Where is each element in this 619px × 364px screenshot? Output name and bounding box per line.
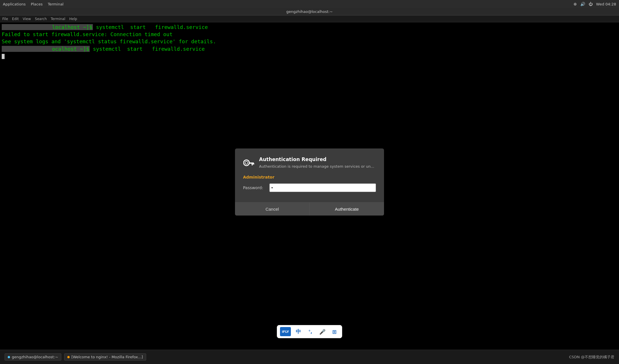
terminal-line-2: Failed to start firewalld.service: Conne… bbox=[1, 31, 618, 38]
taskbar-item-terminal[interactable]: gengzhihao@localhost:~ bbox=[5, 353, 61, 361]
cancel-button[interactable]: Cancel bbox=[235, 203, 310, 216]
terminal-line-5 bbox=[1, 52, 618, 60]
ime-ifly-button[interactable]: iFLY bbox=[280, 327, 291, 336]
auth-title-block: Authentication Required Authentication i… bbox=[259, 156, 376, 169]
auth-dialog-description: Authentication is required to manage sys… bbox=[259, 164, 376, 169]
auth-password-input[interactable] bbox=[269, 183, 376, 192]
applications-menu[interactable]: Applications bbox=[3, 2, 26, 6]
terminal-menu-terminal[interactable]: Terminal bbox=[51, 17, 65, 21]
terminal-line-4: ocalhost ~]$ systemctl start firewalld.s… bbox=[1, 45, 618, 52]
network-icon: ⊕ bbox=[573, 2, 577, 6]
terminal-menu-search[interactable]: Search bbox=[35, 17, 47, 21]
datetime-display: Wed 04:28 bbox=[596, 2, 616, 6]
terminal-title: gengzhihao@localhost:~ bbox=[286, 9, 333, 14]
places-menu[interactable]: Places bbox=[31, 2, 42, 6]
csdn-label: CSDN @不想睡觉的橘子君 bbox=[569, 355, 614, 359]
svg-rect-4 bbox=[253, 163, 254, 165]
auth-dialog-title: Authentication Required bbox=[259, 156, 376, 162]
terminal-menubar: File Edit View Search Terminal Help bbox=[0, 15, 619, 22]
top-bar-left: Applications Places Terminal bbox=[3, 2, 64, 6]
auth-field-row: Password: bbox=[243, 183, 376, 192]
top-system-bar: Applications Places Terminal ⊕ 🔊 ⏻ Wed 0… bbox=[0, 0, 619, 8]
terminal-menu-help[interactable]: Help bbox=[69, 17, 77, 21]
svg-point-1 bbox=[245, 161, 248, 164]
auth-dialog-buttons: Cancel Authenticate bbox=[235, 202, 384, 216]
terminal-line-1: localhost ~]$ systemctl start firewalld.… bbox=[1, 24, 618, 31]
taskbar-dot-firefox bbox=[67, 356, 70, 358]
taskbar-left: gengzhihao@localhost:~ [Welcome to nginx… bbox=[5, 353, 146, 361]
terminal-menu-file[interactable]: File bbox=[2, 17, 8, 21]
top-bar-right: ⊕ 🔊 ⏻ Wed 04:28 bbox=[573, 2, 616, 6]
auth-password-label: Password: bbox=[243, 185, 266, 190]
auth-dialog-body: Authentication Required Authentication i… bbox=[235, 148, 384, 202]
ime-grid-button[interactable]: ⊞ bbox=[330, 327, 339, 336]
taskbar-item-firefox[interactable]: [Welcome to nginx! - Mozilla Firefox...] bbox=[64, 353, 146, 361]
terminal-menu-edit[interactable]: Edit bbox=[12, 17, 19, 21]
ime-punctuation-button[interactable]: °, bbox=[306, 327, 315, 336]
svg-point-0 bbox=[244, 160, 249, 166]
taskbar-label-firefox: [Welcome to nginx! - Mozilla Firefox...] bbox=[71, 355, 143, 359]
auth-user-label: Administrator bbox=[243, 175, 376, 179]
volume-icon: 🔊 bbox=[580, 2, 585, 6]
terminal-menu-view[interactable]: View bbox=[23, 17, 31, 21]
auth-key-icon bbox=[243, 157, 254, 169]
terminal-line-3: See system logs and 'systemctl status fi… bbox=[1, 38, 618, 45]
terminal-titlebar: gengzhihao@localhost:~ bbox=[0, 8, 619, 15]
authenticate-button[interactable]: Authenticate bbox=[310, 203, 384, 216]
taskbar: gengzhihao@localhost:~ [Welcome to nginx… bbox=[0, 350, 619, 364]
auth-dialog: Authentication Required Authentication i… bbox=[235, 148, 384, 216]
taskbar-right: CSDN @不想睡觉的橘子君 bbox=[569, 355, 614, 360]
ime-mic-button[interactable]: 🎤 bbox=[318, 327, 327, 336]
ime-chinese-button[interactable]: 中 bbox=[294, 327, 303, 336]
svg-rect-3 bbox=[252, 164, 253, 165]
power-icon: ⏻ bbox=[589, 2, 593, 6]
terminal-cursor bbox=[2, 54, 5, 59]
taskbar-dot-terminal bbox=[8, 356, 10, 358]
auth-dialog-header: Authentication Required Authentication i… bbox=[243, 156, 376, 169]
ime-toolbar: iFLY 中 °, 🎤 ⊞ bbox=[277, 325, 342, 338]
taskbar-label-terminal: gengzhihao@localhost:~ bbox=[12, 355, 58, 359]
terminal-content: localhost ~]$ systemctl start firewalld.… bbox=[0, 22, 619, 61]
terminal-menu[interactable]: Terminal bbox=[48, 2, 64, 6]
